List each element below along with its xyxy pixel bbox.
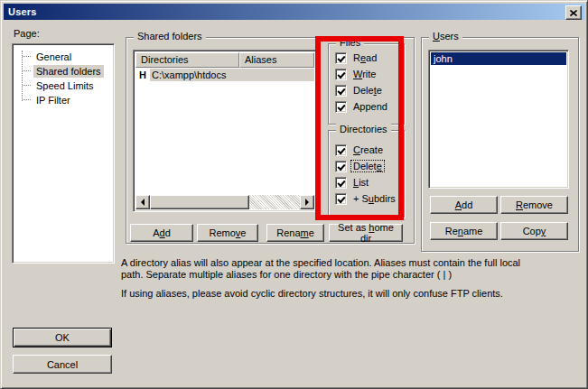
column-header-directories[interactable]: Directories [135,52,239,68]
users-dialog: Users Page: General Shared folders Speed [0,0,588,389]
title-bar[interactable]: Users [4,4,584,20]
users-group-label: Users [429,31,462,42]
button-label: Rename [445,226,483,236]
tree-stub-icon [23,70,31,72]
page-tree-inner: General Shared folders Speed Limits IP F… [14,46,112,261]
cancel-button[interactable]: Cancel [13,355,112,374]
button-label: Set as home dir [335,222,397,244]
tree-item-speed-limits[interactable]: Speed Limits [14,79,112,93]
tree-stub-icon [23,85,31,87]
button-label: OK [55,332,70,343]
add-directory-button[interactable]: Add [130,224,193,242]
button-label: Add [455,199,473,210]
close-icon [570,10,577,16]
tree-item-label: General [33,51,74,63]
tree-stub-icon [23,99,31,101]
tree-item-label: IP Filter [33,94,73,107]
user-row-john[interactable]: john [431,52,566,65]
directories-listview[interactable]: Directories Aliases H C:\xampp\htdocs [133,50,317,212]
remove-directory-button[interactable]: Remove [197,224,258,242]
scroll-left-button[interactable] [135,195,150,209]
arrow-left-icon [137,199,145,206]
shared-folders-group-label: Shared folders [134,31,206,42]
button-label: Add [153,227,171,238]
close-button[interactable] [565,5,582,20]
tree-stub-icon [23,56,31,58]
scrollbar-track[interactable] [249,195,300,209]
alias-info-line3: If using aliases, please avoid cyclic di… [121,288,503,299]
button-label: Rename [276,227,314,238]
user-name: john [434,53,453,64]
button-label: Cancel [47,359,78,370]
home-dir-marker: H [139,69,146,80]
button-label: Remove [516,199,553,210]
page-tree: General Shared folders Speed Limits IP F… [12,43,115,264]
users-listbox[interactable]: john [428,50,569,189]
annotation-rectangle [315,36,404,220]
scroll-right-button[interactable] [300,195,314,209]
set-as-home-dir-button[interactable]: Set as home dir [329,224,403,242]
arrow-right-icon [305,199,313,206]
directory-row[interactable]: H C:\xampp\htdocs [135,68,314,81]
window-title: Users [4,6,37,17]
tree-item-shared-folders[interactable]: Shared folders [14,64,112,79]
tree-item-general[interactable]: General [14,50,112,64]
tree-item-ip-filter[interactable]: IP Filter [14,93,112,107]
scrollbar-thumb[interactable] [150,195,249,209]
listview-header: Directories Aliases [135,52,314,68]
button-label: Copy [523,226,546,236]
alias-info-line1: A directory alias will also appear at th… [121,257,520,268]
tree-item-label: Shared folders [33,65,104,78]
tree-item-label: Speed Limits [33,79,97,92]
ok-button[interactable]: OK [13,328,112,347]
copy-user-button[interactable]: Copy [500,222,568,240]
directory-path: C:\xampp\htdocs [150,69,314,81]
column-header-aliases[interactable]: Aliases [239,52,314,68]
button-label: Remove [210,227,247,238]
alias-info-line2: path. Separate multiple aliases for one … [121,269,452,280]
add-user-button[interactable]: Add [430,196,498,214]
horizontal-scrollbar[interactable] [135,195,314,209]
remove-user-button[interactable]: Remove [500,196,568,214]
page-label: Page: [14,28,40,39]
rename-user-button[interactable]: Rename [430,222,498,240]
rename-directory-button[interactable]: Rename [266,224,324,242]
